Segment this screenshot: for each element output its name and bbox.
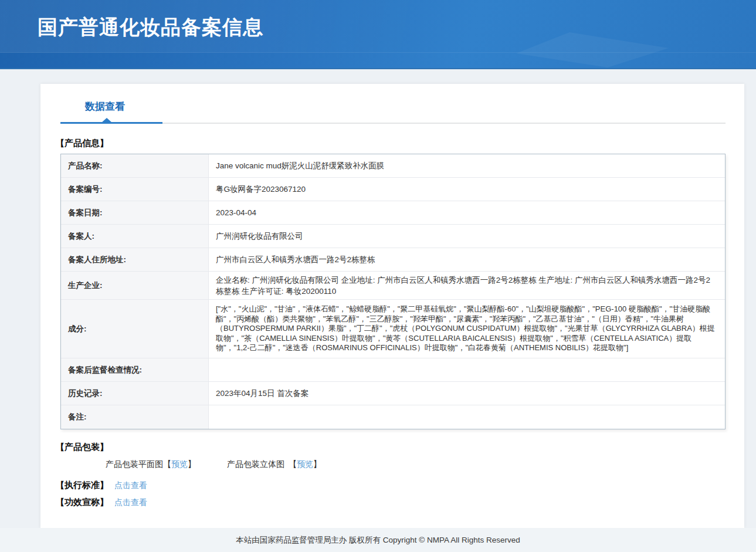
tab-arrow-icon: [101, 118, 112, 123]
section-title-packaging: 【产品包装】: [56, 442, 109, 453]
standard-view-link[interactable]: 点击查看: [114, 480, 147, 490]
row-value: 广州市白云区人和镇秀水塘西一路2号2栋整栋: [209, 248, 725, 271]
row-value: Jane volcanic mud妍泥火山泥舒缓紧致补水面膜: [209, 154, 725, 177]
section-title-standard: 【执行标准】: [56, 480, 109, 490]
footer-copyright-text: 本站由国家药品监督管理局主办 版权所有 Copyright © NMPA All…: [236, 535, 520, 546]
table-row: 备注:: [61, 405, 725, 429]
packaging-flat-item: 产品包装平面图【预览】: [106, 459, 196, 470]
row-value: 广州润研化妆品有限公司: [209, 225, 725, 248]
row-label: 备案人住所地址:: [61, 248, 209, 271]
content-card: 数据查看 【产品信息】 产品名称: Jane volcanic mud妍泥火山泥…: [40, 84, 744, 528]
row-label: 备案编号:: [61, 178, 209, 201]
packaging-flat-label: 产品包装平面图: [106, 459, 163, 469]
row-value: 企业名称: 广州润研化妆品有限公司 企业地址: 广州市白云区人和镇秀水塘西一路2…: [209, 272, 725, 299]
packaging-links-row: 产品包装平面图【预览】产品包装立体图【预览】: [106, 459, 321, 470]
packaging-stereo-preview-link[interactable]: 预览: [297, 459, 313, 469]
table-row: 备案人: 广州润研化妆品有限公司: [61, 225, 725, 248]
row-label: 备案人:: [61, 225, 209, 248]
row-label: 备案后监督检查情况:: [61, 358, 209, 381]
product-info-table: 产品名称: Jane volcanic mud妍泥火山泥舒缓紧致补水面膜 备案编…: [60, 154, 726, 429]
row-value: [209, 358, 725, 381]
table-row: 成分: ["水"，"火山泥"，"甘油"，"液体石蜡"，"鲸蜡硬脂醇"，"聚二甲基…: [61, 300, 725, 358]
tab-data-view[interactable]: 数据查看: [85, 100, 125, 113]
row-value: 粤G妆网备字2023067120: [209, 178, 725, 201]
table-row: 备案编号: 粤G妆网备字2023067120: [61, 178, 725, 201]
table-row: 生产企业: 企业名称: 广州润研化妆品有限公司 企业地址: 广州市白云区人和镇秀…: [61, 272, 725, 300]
row-label: 备案日期:: [61, 201, 209, 224]
bracket-close: 】: [188, 459, 196, 469]
table-row: 备案日期: 2023-04-04: [61, 201, 725, 225]
row-label: 历史记录:: [61, 382, 209, 405]
row-label: 备注:: [61, 405, 209, 429]
standard-row: 【执行标准】点击查看: [56, 480, 147, 491]
packaging-stereo-label: 产品包装立体图: [227, 459, 284, 469]
bracket-open: 【: [163, 459, 171, 469]
page-title: 国产普通化妆品备案信息: [38, 14, 263, 41]
section-title-product-info: 【产品信息】: [56, 138, 109, 149]
claims-row: 【功效宣称】点击查看: [56, 497, 147, 508]
section-title-claims: 【功效宣称】: [56, 497, 109, 507]
claims-view-link[interactable]: 点击查看: [114, 497, 147, 507]
row-label: 生产企业:: [61, 272, 209, 299]
page-footer: 本站由国家药品监督管理局主办 版权所有 Copyright © NMPA All…: [0, 528, 756, 552]
table-row: 备案后监督检查情况:: [61, 358, 725, 382]
table-row: 历史记录: 2023年04月15日 首次备案: [61, 382, 725, 405]
row-value: 2023年04月15日 首次备案: [209, 382, 725, 405]
row-value: ["水"，"火山泥"，"甘油"，"液体石蜡"，"鲸蜡硬脂醇"，"聚二甲基硅氧烷"…: [209, 300, 725, 358]
packaging-flat-preview-link[interactable]: 预览: [171, 459, 188, 469]
page: 国产普通化妆品备案信息 数据查看 【产品信息】 产品名称: Jane volca…: [0, 0, 756, 552]
page-header: 国产普通化妆品备案信息: [0, 0, 756, 69]
table-row: 产品名称: Jane volcanic mud妍泥火山泥舒缓紧致补水面膜: [61, 154, 725, 178]
row-value: 2023-04-04: [209, 201, 725, 224]
bracket-close: 】: [313, 459, 321, 469]
row-value: [209, 405, 725, 429]
row-label: 成分:: [61, 300, 209, 358]
row-label: 产品名称:: [61, 154, 209, 177]
table-row: 备案人住所地址: 广州市白云区人和镇秀水塘西一路2号2栋整栋: [61, 248, 725, 272]
packaging-stereo-item: 产品包装立体图【预览】: [227, 459, 321, 470]
bracket-open: 【: [289, 459, 297, 469]
tab-divider-line: [60, 123, 726, 124]
